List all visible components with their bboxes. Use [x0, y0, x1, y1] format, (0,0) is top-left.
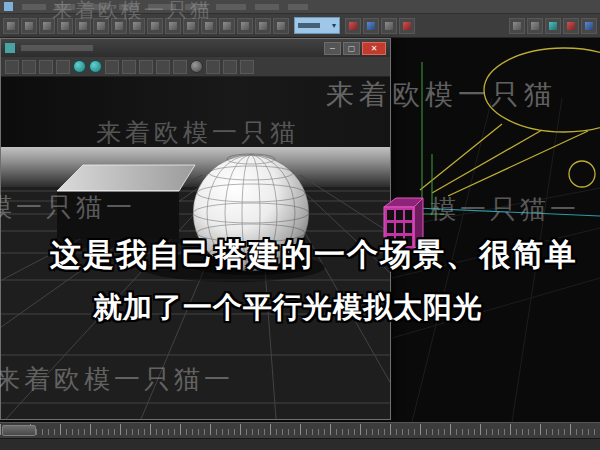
timeline-bar[interactable] — [0, 422, 600, 438]
viewport-3d[interactable] — [1, 77, 390, 419]
toolbar-icon[interactable] — [183, 18, 199, 34]
toolbar-icon[interactable] — [201, 18, 217, 34]
viewport-tool-icon[interactable] — [22, 60, 36, 74]
viewport-tool-icon[interactable] — [240, 60, 254, 74]
toolbar-icon[interactable] — [3, 18, 19, 34]
scene-render — [1, 77, 390, 419]
toolbar-icon-red[interactable] — [563, 18, 579, 34]
lit-horizon-band — [1, 147, 390, 189]
app-window: ▾ ─ ▢ ✕ — [0, 0, 600, 450]
main-toolbar: ▾ — [0, 14, 600, 38]
viewport-tool-icon[interactable] — [39, 60, 53, 74]
viewport-toolbar — [1, 57, 390, 77]
toolbar-icon-blue[interactable] — [363, 18, 379, 34]
menu-item[interactable] — [288, 4, 308, 10]
toolbar-icon-teal[interactable] — [545, 18, 561, 34]
viewport-tool-icon[interactable] — [139, 60, 153, 74]
viewport-tool-icon[interactable] — [206, 60, 220, 74]
menu-item[interactable] — [84, 4, 110, 10]
toolbar-icon-red[interactable] — [345, 18, 361, 34]
gray-sphere-tool-icon[interactable] — [190, 60, 203, 73]
cube-checker-pattern — [387, 210, 412, 246]
menu-item[interactable] — [255, 4, 279, 10]
menu-item[interactable] — [148, 4, 176, 10]
minimize-button[interactable]: ─ — [324, 42, 341, 55]
magenta-cube-object[interactable] — [381, 195, 425, 251]
toolbar-icon[interactable] — [111, 18, 127, 34]
viewport-tool-icon[interactable] — [105, 60, 119, 74]
toolbar-icon[interactable] — [129, 18, 145, 34]
toolbar-icon[interactable] — [255, 18, 271, 34]
toolbar-icon[interactable] — [273, 18, 289, 34]
toolbar-icon[interactable] — [165, 18, 181, 34]
toolbar-icon[interactable] — [381, 18, 397, 34]
maximize-button[interactable]: ▢ — [343, 42, 360, 55]
teal-sphere-tool-icon[interactable] — [73, 60, 86, 73]
floating-viewport-window: ─ ▢ ✕ — [0, 38, 391, 420]
viewport-tool-icon[interactable] — [156, 60, 170, 74]
menu-item[interactable] — [55, 4, 75, 10]
menu-item[interactable] — [119, 4, 139, 10]
menu-bar — [0, 0, 600, 14]
viewport-tool-icon[interactable] — [173, 60, 187, 74]
menu-item[interactable] — [216, 4, 246, 10]
viewport-tool-icon[interactable] — [223, 60, 237, 74]
status-bar — [0, 438, 600, 450]
sphere-object[interactable] — [193, 154, 309, 271]
toolbar-icon[interactable] — [237, 18, 253, 34]
time-slider[interactable] — [2, 425, 36, 436]
window-controls: ─ ▢ ✕ — [324, 42, 386, 55]
viewport-tool-icon[interactable] — [5, 60, 19, 74]
toolbar-icon[interactable] — [93, 18, 109, 34]
teal-sphere-tool-icon[interactable] — [89, 60, 102, 73]
white-box-object[interactable] — [57, 165, 195, 239]
chevron-down-icon: ▾ — [332, 22, 336, 30]
menu-item[interactable] — [22, 4, 46, 10]
toolbar-icon[interactable] — [21, 18, 37, 34]
viewport-tool-icon[interactable] — [122, 60, 136, 74]
window-title-smudge — [21, 45, 93, 51]
close-button[interactable]: ✕ — [362, 42, 386, 55]
menu-item[interactable] — [185, 4, 207, 10]
toolbar-icon[interactable] — [147, 18, 163, 34]
toolbar-icon[interactable] — [75, 18, 91, 34]
viewport-tool-icon[interactable] — [56, 60, 70, 74]
toolbar-icon[interactable] — [527, 18, 543, 34]
dropdown-value-smudge — [298, 23, 320, 28]
window-icon — [5, 43, 15, 53]
toolbar-icon-red[interactable] — [399, 18, 415, 34]
toolbar-icon[interactable] — [219, 18, 235, 34]
toolbar-icon-blue[interactable] — [581, 18, 597, 34]
toolbar-icon[interactable] — [39, 18, 55, 34]
toolbar-icon[interactable] — [509, 18, 525, 34]
app-icon — [4, 2, 13, 11]
selection-filter-dropdown[interactable]: ▾ — [294, 17, 340, 34]
toolbar-icon[interactable] — [57, 18, 73, 34]
window-titlebar[interactable]: ─ ▢ ✕ — [1, 39, 390, 57]
